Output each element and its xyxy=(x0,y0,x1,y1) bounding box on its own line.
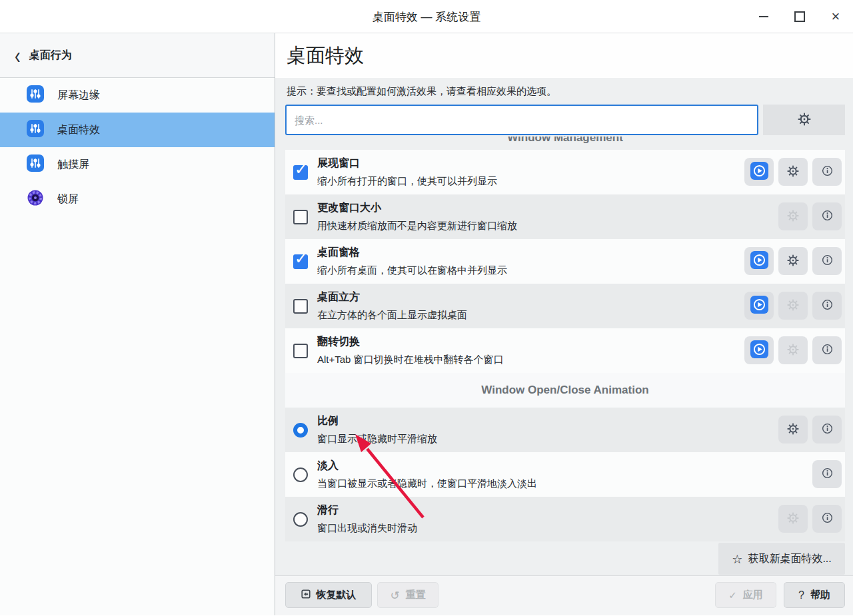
effect-description: 窗口显示或隐藏时平滑缩放 xyxy=(317,430,437,448)
effect-row[interactable]: 桌面立方在立方体的各个面上显示虚拟桌面 xyxy=(285,284,845,328)
effect-radio-unchecked[interactable] xyxy=(293,467,308,482)
play-video-icon xyxy=(750,162,768,182)
info-button[interactable] xyxy=(812,460,842,488)
sidebar-item-lock-screen[interactable]: 锁屏 xyxy=(0,182,275,216)
info-button[interactable] xyxy=(812,505,842,533)
effect-row[interactable]: 淡入当窗口被显示或者隐藏时，使窗口平滑地淡入淡出 xyxy=(285,452,845,497)
play-video-icon xyxy=(750,296,768,316)
sidebar-item-desktop-effects[interactable]: 桌面特效 xyxy=(0,113,275,147)
info-icon xyxy=(821,422,834,437)
apply-button: ✓ 应用 xyxy=(715,582,776,608)
info-icon xyxy=(821,164,834,179)
lockscreen-purple-icon xyxy=(27,189,44,209)
effect-checkbox-unchecked[interactable] xyxy=(293,344,308,358)
video-preview-button[interactable] xyxy=(744,247,774,275)
sidebar-item-screen-edges[interactable]: 屏幕边缘 xyxy=(0,78,275,113)
restore-defaults-button[interactable]: 恢复默认 xyxy=(285,582,372,608)
gear-icon xyxy=(787,210,799,224)
gear-icon xyxy=(787,423,799,437)
gear-icon xyxy=(798,113,811,128)
info-button[interactable] xyxy=(812,247,842,275)
effect-description: 当窗口被显示或者隐藏时，使窗口平滑地淡入淡出 xyxy=(317,474,537,492)
main-panel: 桌面特效 提示：要查找或配置如何激活效果，请查看相应效果的选项。 Window … xyxy=(275,33,853,615)
effect-row[interactable]: 滑行窗口出现或消失时滑动 xyxy=(285,497,845,541)
settings-button xyxy=(778,505,808,533)
get-new-effects-label: 获取新桌面特效... xyxy=(748,552,831,566)
window-controls: × xyxy=(756,0,844,33)
search-row xyxy=(275,105,853,137)
sidebar-item-touch-screen[interactable]: 触摸屏 xyxy=(0,147,275,182)
titlebar: 桌面特效 — 系统设置 × xyxy=(0,0,853,33)
effect-description: 用快速材质缩放而不是内容更新进行窗口缩放 xyxy=(317,216,517,234)
gear-icon xyxy=(787,165,799,179)
get-new-effects-button[interactable]: ☆ 获取新桌面特效... xyxy=(718,543,845,575)
effect-title: 翻转切换 xyxy=(317,333,504,350)
help-button[interactable]: ? 帮助 xyxy=(784,582,845,608)
effect-row[interactable]: 翻转切换Alt+Tab 窗口切换时在堆栈中翻转各个窗口 xyxy=(285,328,845,373)
info-button[interactable] xyxy=(812,416,842,444)
sliders-blue-icon xyxy=(27,85,44,105)
gear-icon xyxy=(787,299,799,313)
window-body: ‹ 桌面行为 屏幕边缘桌面特效触摸屏锁屏 桌面特效 提示：要查找或配置如何激活效… xyxy=(0,33,853,615)
apply-label: 应用 xyxy=(743,589,763,601)
settings-button xyxy=(778,292,808,320)
minimize-icon[interactable] xyxy=(756,9,772,25)
info-button[interactable] xyxy=(812,292,842,320)
effect-checkbox-checked[interactable] xyxy=(293,165,308,180)
effect-title: 滑行 xyxy=(317,501,417,519)
undo-icon: ↺ xyxy=(390,589,399,602)
effect-row[interactable]: 比例窗口显示或隐藏时平滑缩放 xyxy=(285,408,845,452)
info-button[interactable] xyxy=(812,336,842,364)
settings-button[interactable] xyxy=(778,158,808,186)
effect-description: 在立方体的各个面上显示虚拟桌面 xyxy=(317,306,467,324)
check-icon: ✓ xyxy=(728,589,737,601)
window-title: 桌面特效 — 系统设置 xyxy=(0,0,853,33)
effect-row[interactable]: 更改窗口大小用快速材质缩放而不是内容更新进行窗口缩放 xyxy=(285,194,845,239)
video-preview-button[interactable] xyxy=(744,158,774,186)
reset-label: 重置 xyxy=(406,589,426,601)
restore-defaults-label: 恢复默认 xyxy=(317,589,357,601)
sidebar-item-label: 屏幕边缘 xyxy=(57,89,100,103)
video-preview-button[interactable] xyxy=(744,292,774,320)
star-icon: ☆ xyxy=(732,552,742,566)
settings-button[interactable] xyxy=(778,247,808,275)
settings-button[interactable] xyxy=(778,416,808,444)
effect-checkbox-unchecked[interactable] xyxy=(293,210,308,224)
effect-row[interactable]: 展现窗口缩小所有打开的窗口，使其可以并列显示 xyxy=(285,150,845,194)
effect-checkbox-checked[interactable] xyxy=(293,254,308,269)
play-video-icon xyxy=(750,251,768,271)
section-header: Window Management xyxy=(285,137,845,150)
question-icon: ? xyxy=(798,589,804,601)
info-icon xyxy=(821,254,834,268)
sidebar-back-button[interactable]: ‹ 桌面行为 xyxy=(0,33,275,78)
sidebar-item-list: 屏幕边缘桌面特效触摸屏锁屏 xyxy=(0,78,275,216)
info-button[interactable] xyxy=(812,202,842,230)
footer-bar: 恢复默认 ↺ 重置 ✓ 应用 ? 帮助 xyxy=(275,575,853,615)
get-new-strip: ☆ 获取新桌面特效... xyxy=(275,541,853,576)
settings-button xyxy=(778,202,808,230)
effect-row[interactable]: 桌面窗格缩小所有桌面，使其可以在窗格中并列显示 xyxy=(285,239,845,284)
info-icon xyxy=(821,209,834,224)
hint-text: 提示：要查找或配置如何激活效果，请查看相应效果的选项。 xyxy=(275,78,853,105)
effect-radio-checked[interactable] xyxy=(293,423,308,438)
system-settings-window: 桌面特效 — 系统设置 × ‹ 桌面行为 屏幕边缘桌面特效触摸屏锁屏 桌面特效 … xyxy=(0,0,853,616)
sliders-blue-icon xyxy=(27,154,44,174)
close-icon[interactable]: × xyxy=(828,9,844,25)
back-chevron-icon: ‹ xyxy=(15,46,21,65)
video-preview-button[interactable] xyxy=(744,336,774,364)
info-button[interactable] xyxy=(812,158,842,186)
info-icon xyxy=(821,343,834,358)
page-title: 桌面特效 xyxy=(287,43,364,69)
settings-button xyxy=(778,336,808,364)
gear-icon xyxy=(787,512,799,526)
maximize-icon[interactable] xyxy=(792,9,808,25)
sidebar-item-label: 锁屏 xyxy=(57,192,79,206)
restore-defaults-icon xyxy=(301,589,311,601)
info-icon xyxy=(821,298,834,313)
effect-radio-unchecked[interactable] xyxy=(293,512,308,527)
effect-checkbox-unchecked[interactable] xyxy=(293,299,308,314)
sidebar-group-title: 桌面行为 xyxy=(29,49,72,63)
page-title-band: 桌面特效 xyxy=(275,33,853,78)
search-filter-button[interactable] xyxy=(763,105,845,135)
search-input[interactable] xyxy=(285,105,758,135)
